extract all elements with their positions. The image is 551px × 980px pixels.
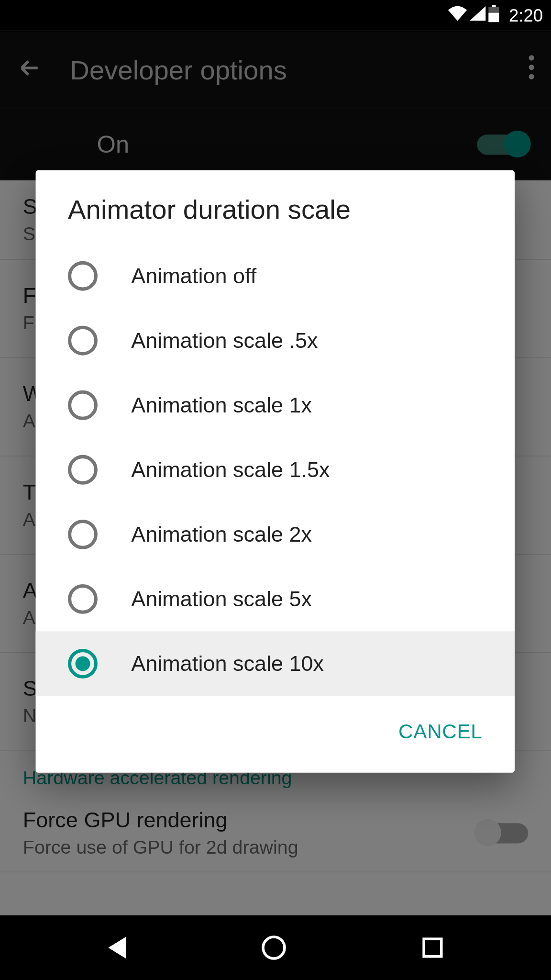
status-time: 2:20 <box>509 5 543 26</box>
radio-option-5x[interactable]: Animation scale 5x <box>36 567 515 631</box>
dialog-actions: CANCEL <box>36 696 515 772</box>
nav-home-icon[interactable] <box>262 935 287 960</box>
radio-label: Animation scale 1.5x <box>131 457 330 482</box>
cancel-button[interactable]: CANCEL <box>382 710 498 754</box>
radio-option-2x[interactable]: Animation scale 2x <box>36 502 515 567</box>
radio-icon <box>68 326 98 356</box>
radio-option-10x[interactable]: Animation scale 10x <box>36 631 515 696</box>
radio-label: Animation scale 1x <box>131 393 312 418</box>
cellular-icon <box>470 6 486 25</box>
radio-icon <box>68 649 98 679</box>
radio-label: Animation scale 2x <box>131 522 312 547</box>
radio-label: Animation scale 5x <box>131 587 312 612</box>
radio-label: Animation off <box>131 264 256 289</box>
nav-back-icon[interactable] <box>109 937 126 958</box>
nav-recent-icon[interactable] <box>422 937 442 958</box>
radio-option-1-5x[interactable]: Animation scale 1.5x <box>36 437 515 502</box>
radio-option-0-5x[interactable]: Animation scale .5x <box>36 308 515 373</box>
animator-duration-dialog: Animator duration scale Animation off An… <box>36 170 515 773</box>
wifi-icon <box>448 6 467 25</box>
battery-icon <box>489 5 500 26</box>
dialog-title: Animator duration scale <box>36 170 515 244</box>
radio-icon <box>68 261 98 291</box>
radio-list: Animation off Animation scale .5x Animat… <box>36 244 515 696</box>
radio-icon <box>68 390 98 420</box>
radio-label: Animation scale .5x <box>131 328 318 353</box>
radio-icon <box>68 584 98 614</box>
radio-option-off[interactable]: Animation off <box>36 244 515 308</box>
radio-icon <box>68 455 98 485</box>
svg-rect-2 <box>489 13 500 22</box>
status-icons <box>448 5 499 26</box>
radio-option-1x[interactable]: Animation scale 1x <box>36 373 515 437</box>
status-bar: 2:20 <box>0 0 551 31</box>
svg-rect-0 <box>492 5 496 7</box>
radio-icon <box>68 520 98 549</box>
radio-label: Animation scale 10x <box>131 651 324 676</box>
navigation-bar <box>0 915 551 980</box>
